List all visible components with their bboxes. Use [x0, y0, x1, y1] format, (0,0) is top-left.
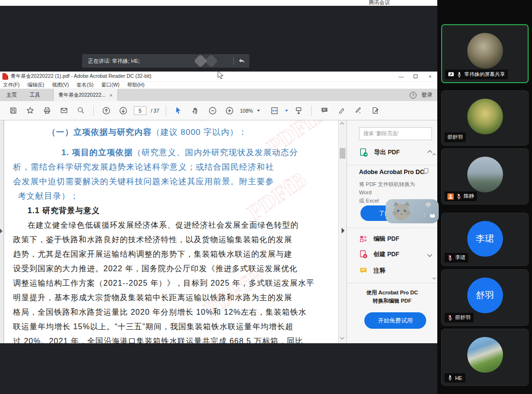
email-icon[interactable]: [58, 104, 70, 117]
participant-label: 常祎姝的屏幕共享: [445, 70, 508, 79]
scroll-down-icon[interactable]: [341, 336, 345, 340]
participant-label: 陈静: [445, 191, 477, 201]
document-line: 政策下，鉴于铁路和水路良好的技术经济特性，以及货物运输集装箱化的发展: [13, 233, 301, 247]
maximize-button[interactable]: [408, 72, 423, 82]
help-button[interactable]: ?: [410, 92, 417, 99]
toolbar: 5 / 37 108%: [0, 101, 437, 120]
export-pdf-icon: [359, 148, 368, 157]
ime-overlay[interactable]: 中 ⋮: [386, 199, 439, 223]
scroll-mode-icon[interactable]: [292, 104, 305, 117]
screen-share-icon: [448, 72, 454, 77]
trial-caption: 使用 Acrobat Pro DC 转换和编辑 PDF: [347, 289, 437, 305]
fit-caret-icon[interactable]: [285, 110, 288, 112]
document-line: 调整运输结构工作方案（2021--2025 年）》，目标到 2025 年，多式联…: [13, 276, 301, 291]
participant-tile[interactable]: 邵舒羽: [441, 90, 529, 146]
chevron-up-icon: [428, 150, 432, 155]
tab-close-icon[interactable]: ×: [109, 92, 112, 98]
ime-cat-icon[interactable]: [430, 211, 435, 219]
export-pdf-row[interactable]: 导出 PDF: [359, 148, 431, 157]
participant-label: 李珺: [445, 253, 468, 263]
participant-label: 邵舒羽: [445, 132, 466, 142]
participant-tile[interactable]: HE: [441, 329, 529, 386]
edit-pdf-row[interactable]: 编辑 PDF: [359, 234, 431, 243]
print-icon[interactable]: [41, 104, 53, 117]
menu-item-3[interactable]: 签名(S): [76, 82, 93, 88]
start-trial-button[interactable]: 开始免费试用: [364, 312, 426, 329]
divider: [233, 57, 234, 65]
edit-pdf-label: 编辑 PDF: [374, 235, 399, 243]
participant-tile[interactable]: 舒羽邵舒羽: [441, 269, 529, 326]
page-current-input[interactable]: 5: [134, 106, 146, 115]
minimize-button[interactable]: —: [394, 72, 408, 82]
zoom-in-icon[interactable]: [223, 104, 236, 117]
save-icon[interactable]: [7, 104, 19, 117]
find-icon[interactable]: [74, 104, 87, 117]
participant-tile[interactable]: 李珺李珺: [441, 213, 529, 266]
participant-tile[interactable]: 陈静: [441, 148, 529, 204]
participant-name: 李珺: [455, 254, 465, 261]
menu-bar: 文件(F)编辑(E)视图(V)签名(S)窗口(W)帮助(H): [0, 82, 437, 89]
ime-more-icon[interactable]: ⋮: [422, 213, 427, 217]
participant-name: 陈静: [464, 193, 474, 200]
maximize-icon: [414, 74, 417, 78]
document-line: 1.1 研究背景与意义: [28, 204, 301, 218]
acrobat-window: 青年基金20220222 (1).pdf - Adobe Acrobat Rea…: [0, 72, 437, 343]
sign-in-button[interactable]: 登录: [421, 91, 432, 99]
highlight-icon[interactable]: [335, 104, 347, 117]
menu-item-0[interactable]: 文件(F): [3, 82, 19, 88]
menu-item-5[interactable]: 帮助(H): [127, 82, 144, 88]
zoom-level[interactable]: 108%: [240, 108, 253, 114]
favorites-star-icon[interactable]: [24, 104, 36, 117]
page-down-icon[interactable]: [117, 104, 129, 117]
reply-arrow-icon[interactable]: [238, 58, 245, 64]
hand-tool-icon[interactable]: [189, 104, 202, 117]
fill-sign-icon[interactable]: [369, 104, 381, 117]
mic-on-icon: [457, 72, 462, 78]
panel-scroll-down-icon[interactable]: [433, 272, 435, 281]
document-page[interactable]: PDFfB PDFfB PDFfB （一）立项依据与研究内容（建议 8000 字…: [4, 120, 338, 343]
divider: [347, 165, 437, 165]
scroll-up-icon[interactable]: [341, 123, 345, 127]
comment-icon[interactable]: [318, 104, 331, 117]
tab-home[interactable]: 主页: [0, 89, 23, 101]
select-tool-icon[interactable]: [173, 104, 185, 117]
zoom-out-icon[interactable]: [206, 104, 219, 117]
divider: [347, 283, 437, 283]
participant-name: HE: [455, 375, 462, 381]
tab-tools[interactable]: 工具: [23, 89, 46, 101]
participant-tile[interactable]: 常祎姝的屏幕共享: [441, 24, 529, 83]
meeting-window: 腾讯会议 正在讲话: 常祎姝; HE; 青年基金20220222 (1).pdf…: [0, 0, 532, 394]
nav-pane-handle[interactable]: [0, 229, 2, 233]
divider: [93, 105, 94, 116]
menu-item-1[interactable]: 编辑(E): [27, 82, 44, 88]
participant-name: 邵舒羽: [455, 314, 471, 321]
comment-row[interactable]: 注释: [359, 266, 431, 275]
document-line: 1. 项目的立项依据（研究意义、国内外研究现状及发展动态分: [61, 146, 301, 160]
divider: [347, 228, 437, 228]
ime-cat-image: [388, 201, 415, 224]
menu-item-2[interactable]: 视图(V): [52, 82, 69, 88]
panel-scroll-up-icon[interactable]: [433, 149, 435, 158]
ime-mode-label[interactable]: 中: [426, 201, 431, 209]
page-up-icon[interactable]: [100, 104, 113, 117]
panel-expand-handle[interactable]: [342, 228, 345, 233]
avatar: [467, 33, 503, 69]
document-line: 明显提升，基本形成大宗货物及集装箱中长距离运输以铁路和水路为主的发展: [13, 291, 301, 305]
tab-document[interactable]: 青年基金20220222... ×: [53, 89, 118, 101]
document-line: 考文献目录）；: [18, 189, 301, 204]
avatar: [467, 99, 503, 134]
document-line: 设受到国家的大力推进。2022 年，国务院办公厅印发《推进多式联运发展优化: [13, 262, 301, 276]
close-button[interactable]: ×: [423, 72, 437, 82]
menu-item-4[interactable]: 窗口(W): [101, 82, 119, 88]
tab-document-label: 青年基金20220222...: [58, 92, 105, 99]
scroll-thumb[interactable]: [340, 148, 345, 159]
copy-pages-icon[interactable]: [422, 168, 429, 176]
avatar: 舒羽: [467, 277, 503, 313]
sign-icon[interactable]: [352, 104, 364, 117]
fit-width-icon[interactable]: [268, 104, 281, 117]
document-line: 格局，全国铁路和水路货运量比 2020 年分别增长 10%和 12%左右，集装箱…: [13, 305, 301, 320]
create-pdf-row[interactable]: 创建 PDF: [359, 250, 431, 259]
avatar: [467, 337, 503, 373]
zoom-caret-icon[interactable]: [257, 110, 260, 112]
search-tools-input[interactable]: 搜索 '删除页面': [359, 127, 432, 140]
